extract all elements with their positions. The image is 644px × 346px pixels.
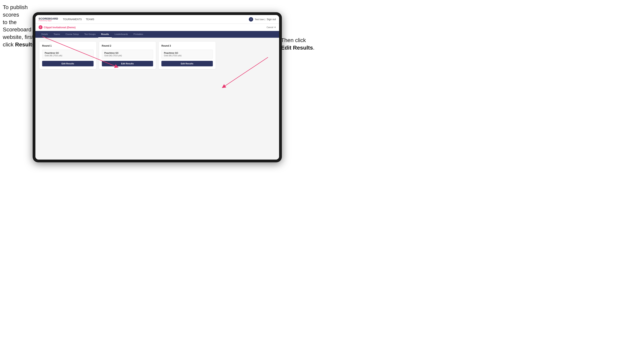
round-3-course-info: Peachtree GC Gold (M) (7010 yds) [162, 50, 213, 59]
tab-printables[interactable]: Printables [131, 31, 146, 38]
edit-results-button-1[interactable]: Edit Results [42, 61, 94, 66]
cancel-button[interactable]: Cancel ✕ [266, 26, 276, 29]
round-3-course-name: Peachtree GC [164, 52, 210, 54]
round-1-course-name: Peachtree GC [45, 52, 91, 54]
tab-bar: Details Teams Course Setup Tee Groups Re… [36, 31, 279, 38]
round-1-course-info: Peachtree GC Gold (M) (7010 yds) [42, 50, 94, 59]
tablet-device: SCOREBOARD Powered by clippd TOURNAMENTS… [33, 12, 282, 162]
c-logo: C [38, 25, 42, 29]
round-1-course-details: Gold (M) (7010 yds) [45, 54, 91, 57]
round-2-card: Round 2 Peachtree GC Gold (M) (7010 yds)… [99, 42, 156, 69]
tab-teams[interactable]: Teams [51, 31, 63, 38]
instruction-right: Then click Edit Results. [281, 36, 314, 51]
round-1-card: Round 1 Peachtree GC Gold (M) (7010 yds)… [39, 42, 96, 69]
navbar: SCOREBOARD Powered by clippd TOURNAMENTS… [36, 15, 279, 24]
tab-results[interactable]: Results [98, 31, 112, 38]
round-3-course-details: Gold (M) (7010 yds) [164, 54, 210, 57]
round-3-card: Round 3 Peachtree GC Gold (M) (7010 yds)… [159, 42, 216, 69]
avatar: T [249, 17, 253, 21]
round-1-title: Round 1 [42, 44, 94, 47]
tablet-screen: SCOREBOARD Powered by clippd TOURNAMENTS… [36, 15, 279, 160]
edit-results-button-3[interactable]: Edit Results [162, 61, 213, 66]
user-name: Test User | [255, 18, 265, 20]
round-2-course-details: Gold (M) (7010 yds) [104, 54, 151, 57]
tab-details[interactable]: Details [38, 31, 51, 38]
nav-right: T Test User | Sign out [249, 17, 276, 21]
sub-header: C Clippd Invitational (Demo) Cancel ✕ [36, 24, 279, 31]
edit-results-button-2[interactable]: Edit Results [102, 61, 153, 66]
rounds-grid: Round 1 Peachtree GC Gold (M) (7010 yds)… [39, 42, 275, 69]
nav-tournaments[interactable]: TOURNAMENTS [63, 17, 82, 21]
round-3-title: Round 3 [162, 44, 213, 47]
sign-out-link[interactable]: Sign out [267, 17, 276, 21]
tournament-name: C Clippd Invitational (Demo) [38, 25, 76, 29]
round-2-course-info: Peachtree GC Gold (M) (7010 yds) [102, 50, 153, 59]
close-icon: ✕ [274, 26, 276, 29]
round-2-course-name: Peachtree GC [104, 52, 151, 54]
main-content: Round 1 Peachtree GC Gold (M) (7010 yds)… [36, 38, 279, 160]
tab-course-setup[interactable]: Course Setup [63, 31, 82, 38]
logo-subtitle: Powered by clippd [38, 20, 58, 21]
tab-leaderboards[interactable]: Leaderboards [112, 31, 131, 38]
nav-teams[interactable]: TEAMS [86, 17, 94, 21]
tab-tee-groups[interactable]: Tee Groups [82, 31, 98, 38]
logo: SCOREBOARD Powered by clippd [38, 17, 58, 21]
nav-links: TOURNAMENTS TEAMS [63, 17, 249, 21]
round-2-title: Round 2 [102, 44, 153, 47]
